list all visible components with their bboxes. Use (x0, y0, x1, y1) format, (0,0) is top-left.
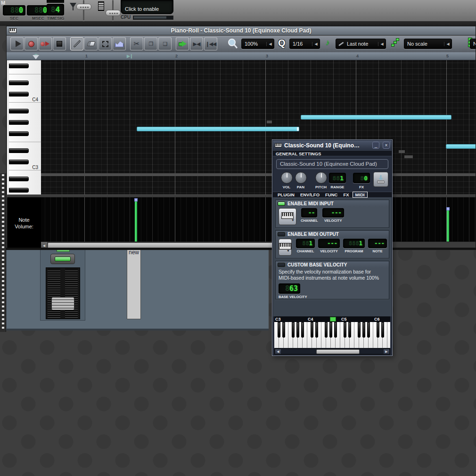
black-key[interactable] (9, 188, 29, 193)
white-key[interactable] (387, 322, 390, 348)
detune-button[interactable] (113, 37, 126, 50)
black-key-row[interactable] (9, 176, 41, 182)
velocity-bar-cap[interactable] (134, 198, 138, 202)
black-key[interactable] (278, 322, 280, 338)
black-key[interactable] (334, 322, 337, 338)
black-key[interactable] (325, 322, 328, 338)
black-key[interactable] (377, 322, 379, 338)
to-start-button[interactable]: ❙◀◀ (204, 37, 217, 50)
play-button[interactable] (10, 37, 24, 50)
white-key-row[interactable] (9, 153, 41, 159)
white-key-row[interactable] (9, 69, 41, 74)
black-key[interactable] (9, 148, 29, 153)
dropdown-arrow-icon[interactable]: ◀ (378, 42, 386, 46)
loop-end-marker[interactable]: ▶❙ (127, 54, 132, 58)
stop-button[interactable] (53, 37, 66, 50)
black-key-row[interactable] (9, 91, 41, 97)
scale-dropdown[interactable]: No scale ◀ (404, 39, 452, 49)
base-velocity-lcd[interactable]: 863 (279, 283, 300, 294)
white-key-row[interactable]: C4 (9, 97, 41, 103)
midi-input-channel-piano-button[interactable]: ▼ (279, 208, 296, 225)
white-key-row[interactable] (9, 142, 41, 148)
dropdown-arrow-icon[interactable]: ◀ (444, 42, 451, 46)
dropdown-arrow-icon[interactable]: ◀ (266, 42, 274, 46)
white-key-row[interactable] (9, 170, 41, 176)
custom-base-velocity-led-checkbox[interactable] (278, 263, 285, 267)
tab-func[interactable]: FUNC (323, 192, 340, 197)
black-key[interactable] (9, 160, 29, 164)
fx-channel-new[interactable]: new (127, 249, 141, 319)
paste-button[interactable]: ❏ (158, 37, 172, 50)
black-key-row[interactable] (9, 131, 41, 137)
tab-midi[interactable]: MIDI (353, 192, 368, 198)
chord-dropdown[interactable]: No c (470, 39, 476, 49)
range-lcd[interactable]: 881 (329, 173, 346, 183)
tab-fx[interactable]: FX (341, 192, 351, 197)
master-volume-slider[interactable] (76, 4, 91, 10)
select-button[interactable] (98, 37, 112, 50)
erase-button[interactable] (84, 37, 98, 50)
midi-note[interactable] (301, 115, 451, 120)
record-button[interactable] (25, 37, 38, 50)
black-key[interactable] (362, 322, 365, 338)
pitch-knob[interactable] (315, 172, 327, 184)
white-key-row[interactable] (9, 182, 41, 187)
seconds-lcd[interactable]: 880 (3, 5, 25, 16)
black-key[interactable] (9, 177, 29, 181)
timesig-upper-lcd-clipped[interactable] (47, 0, 64, 3)
record-play-button[interactable] (39, 37, 52, 50)
white-key-row[interactable]: C3 (9, 165, 41, 170)
black-key-row[interactable] (9, 159, 41, 165)
copy-button[interactable]: ❐ (144, 37, 157, 50)
to-end-button[interactable]: ▶◀ (190, 37, 203, 50)
white-key-row[interactable] (9, 114, 41, 120)
black-key[interactable] (9, 92, 29, 97)
black-key[interactable] (381, 322, 384, 338)
note-grid[interactable] (41, 60, 476, 194)
midi-input-velocity-lcd[interactable]: --- (322, 208, 344, 218)
black-key[interactable] (9, 64, 29, 68)
white-key-row[interactable] (9, 74, 41, 80)
keyboard-scroll-handle[interactable] (316, 349, 360, 354)
white-key-row[interactable] (9, 103, 41, 108)
black-key[interactable] (311, 322, 313, 338)
black-key[interactable] (348, 322, 351, 338)
midi-output-velocity-lcd[interactable]: --- (318, 239, 340, 248)
tab-plugin[interactable]: PLUGIN (275, 192, 297, 197)
black-key[interactable] (329, 322, 332, 338)
midi-output-channel-lcd[interactable]: 881 (296, 239, 315, 248)
black-key-row[interactable] (9, 80, 41, 86)
midi-output-note-lcd[interactable]: --- (368, 239, 387, 248)
black-key[interactable] (344, 322, 346, 338)
black-key[interactable] (9, 81, 29, 85)
black-key[interactable] (9, 109, 29, 113)
keyboard-scroll-left-button[interactable]: ◀ (275, 349, 281, 354)
black-key-row[interactable] (9, 108, 41, 114)
keyboard-scroll-right-button[interactable]: ▶ (384, 349, 389, 354)
black-key[interactable] (9, 131, 29, 136)
note-length-dropdown[interactable]: Last note ◀ (336, 39, 386, 49)
midi-note[interactable] (446, 144, 476, 149)
black-key[interactable] (315, 322, 318, 338)
close-button[interactable]: × (383, 142, 390, 149)
minimize-button[interactable]: _ (372, 142, 379, 149)
black-key-row[interactable] (9, 120, 41, 125)
velocity-bar[interactable] (135, 202, 137, 242)
keyboard-scrollbar[interactable]: ◀ ▶ (274, 348, 390, 355)
fx-channel-mute-button[interactable] (50, 254, 75, 264)
timesig-lcd[interactable]: 84 (47, 4, 64, 16)
fx-channel-lcd[interactable]: 80 (353, 173, 370, 183)
black-key[interactable] (292, 322, 295, 338)
pan-knob[interactable] (295, 172, 307, 184)
playhead-marker[interactable] (33, 55, 39, 59)
black-key[interactable] (358, 322, 361, 338)
black-key[interactable] (301, 322, 304, 338)
fx-mixer-resize-handle[interactable] (0, 173, 6, 332)
midi-note[interactable] (137, 127, 299, 131)
midi-input-channel-lcd[interactable]: -- (301, 208, 317, 218)
dropdown-arrow-icon[interactable]: ◀ (312, 42, 320, 46)
vol-knob[interactable] (281, 172, 293, 184)
zoom-dropdown[interactable]: 100% ◀ (241, 39, 274, 49)
midi-output-program-lcd[interactable]: 8881 (343, 239, 365, 248)
white-key-row[interactable] (9, 137, 41, 142)
